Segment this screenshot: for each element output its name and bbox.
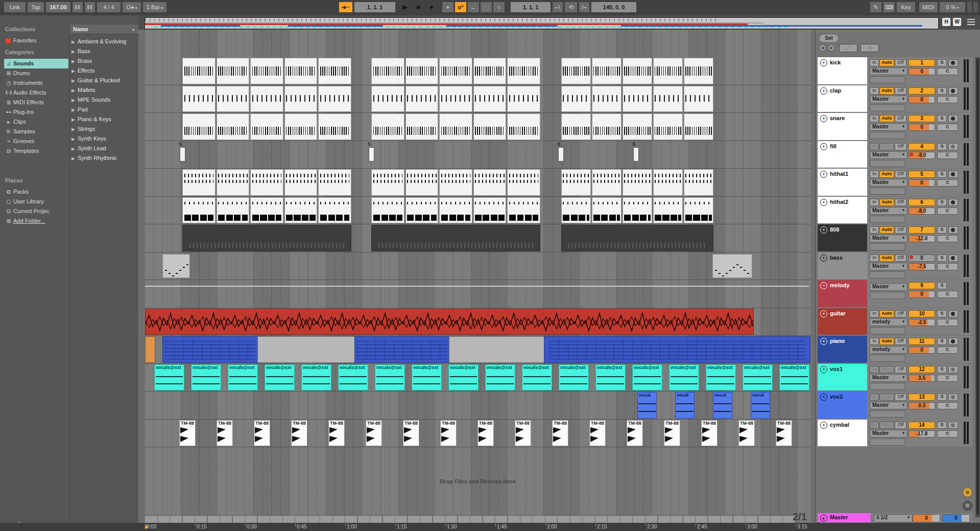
browser-folder-mallets[interactable]: ▶Mallets xyxy=(71,85,138,95)
clip-midi[interactable] xyxy=(250,58,283,84)
volume-slider[interactable]: 0 xyxy=(909,347,935,354)
sidebar-item-audio-effects[interactable]: ǁ·ǁAudio Effects xyxy=(4,88,68,98)
browser-folder-bass[interactable]: ▶Bass xyxy=(71,47,138,56)
loop-length-display[interactable]: 140. 0. 0 xyxy=(591,2,636,12)
volume-slider[interactable]: 0 xyxy=(909,179,935,187)
arm-button[interactable] xyxy=(948,226,958,234)
track-name-cell[interactable]: ▾guitar xyxy=(818,308,867,335)
send-slot[interactable] xyxy=(870,132,905,139)
clip-audio-short[interactable] xyxy=(369,147,374,161)
output-routing-dropdown[interactable]: melody▼ xyxy=(870,318,907,326)
lane-fill[interactable]: SSSS xyxy=(145,141,811,169)
track-number-button[interactable]: 9 xyxy=(909,282,935,289)
clip-midi[interactable] xyxy=(318,58,351,84)
pan-button[interactable]: C xyxy=(937,207,958,215)
clip-midi[interactable] xyxy=(284,86,318,112)
track-name-cell[interactable]: ▾808 xyxy=(818,224,867,251)
clip-midi[interactable] xyxy=(623,197,652,224)
lane-cymbal[interactable]: TM-88TM-88TM-88TM-88TM-88TM-88TM-88TM-88… xyxy=(145,420,811,448)
clip-audio-guitar[interactable] xyxy=(145,309,754,335)
monitor-auto-button[interactable]: Auto xyxy=(879,310,894,317)
link-button[interactable]: Link xyxy=(4,2,26,12)
expand-arrow-icon[interactable]: ▶ xyxy=(71,125,78,134)
clip-audio-cymbal[interactable]: TM-88 xyxy=(440,420,457,447)
monitor-in-button[interactable]: In xyxy=(870,59,879,66)
arrangement-position-display[interactable]: 1. 1. 1 xyxy=(354,2,395,12)
clip-midi[interactable] xyxy=(250,113,283,140)
arm-button[interactable] xyxy=(948,143,958,150)
clip-midi[interactable] xyxy=(592,197,622,224)
monitor-off-button[interactable]: Off xyxy=(895,366,906,373)
clip-midi[interactable] xyxy=(439,113,472,140)
monitor-auto-button[interactable]: Auto xyxy=(879,59,894,66)
clip-midi[interactable] xyxy=(318,113,351,140)
browser-folder-strings[interactable]: ▶Strings xyxy=(71,124,138,134)
arm-button[interactable] xyxy=(948,338,958,345)
automation-arm-icon[interactable]: ○ xyxy=(493,2,505,12)
track-fold-icon[interactable]: ▾ xyxy=(820,366,827,373)
send-slot[interactable] xyxy=(870,188,905,195)
monitor-auto-button[interactable]: Auto xyxy=(879,171,894,178)
clip-piano[interactable] xyxy=(354,336,450,363)
clip-midi[interactable] xyxy=(592,58,622,84)
next-marker-icon[interactable]: ▸ xyxy=(827,44,835,52)
pan-button[interactable]: C xyxy=(937,402,958,409)
track-fold-icon[interactable]: ▾ xyxy=(820,226,827,234)
solo-button[interactable]: S xyxy=(937,282,947,289)
lane-808[interactable] xyxy=(145,224,811,252)
clip-midi[interactable] xyxy=(592,113,622,140)
track-number-button[interactable]: 7 xyxy=(909,226,935,234)
sidebar-item-midi-effects[interactable]: ≣MIDI Effects xyxy=(4,98,68,107)
cpu-meter[interactable]: 0 %▾ xyxy=(940,2,965,12)
clip-audio-cymbal[interactable]: TM-88 xyxy=(291,420,307,447)
monitor-auto-button[interactable]: Auto xyxy=(879,255,894,262)
monitor-in-button[interactable]: In xyxy=(870,171,879,178)
expand-arrow-icon[interactable]: ▶ xyxy=(71,57,78,66)
arrangement-area[interactable]: SSSSvocals@sxtvocals@sxtvocals@sxtvocals… xyxy=(145,30,811,523)
monitor-off-button[interactable]: Off xyxy=(895,59,906,66)
lane-piano[interactable] xyxy=(145,336,811,364)
clip-midi[interactable] xyxy=(507,113,540,140)
clip-midi[interactable] xyxy=(592,86,622,112)
scrollbar-thumb[interactable] xyxy=(976,58,979,515)
send-slot[interactable] xyxy=(870,271,905,279)
midi-map-button[interactable]: MIDI xyxy=(919,2,938,12)
send-slot[interactable] xyxy=(870,104,905,111)
clip-midi[interactable] xyxy=(318,86,351,112)
arm-button[interactable] xyxy=(948,394,958,401)
solo-button[interactable]: S xyxy=(937,87,947,95)
pan-button[interactable]: C xyxy=(937,347,958,354)
track-header-master[interactable]: ▶Masterii 1/2▼00 xyxy=(818,513,972,523)
clip-audio-vox1[interactable]: vocals@sxt xyxy=(375,364,405,391)
pan-button[interactable]: C xyxy=(937,179,958,187)
clip-audio-cymbal[interactable]: TM-88 xyxy=(627,420,643,447)
arm-button[interactable] xyxy=(948,171,958,178)
browser-folder-ambient-evolving[interactable]: ▶Ambient & Evolving xyxy=(71,37,138,47)
browser-list-header[interactable]: Name▲ xyxy=(70,25,138,34)
solo-button[interactable]: S xyxy=(937,226,947,234)
track-header-piano[interactable]: ▾pianoInAutoOffmelody▼11S0C xyxy=(818,336,972,363)
clip-midi[interactable] xyxy=(473,86,507,112)
clip-midi[interactable] xyxy=(473,197,507,224)
monitor-off-button[interactable]: Off xyxy=(895,394,906,401)
track-number-button[interactable]: 5 xyxy=(909,171,935,178)
track-header-guitar[interactable]: ▾guitarInAutoOffmelody▼10S-2.5C xyxy=(818,308,972,336)
pan-button[interactable]: C xyxy=(937,319,958,326)
send-slot[interactable] xyxy=(870,216,905,223)
expand-arrow-icon[interactable]: ▶ xyxy=(71,105,78,115)
play-circle-icon[interactable]: ▶ xyxy=(820,515,827,522)
punch-out-icon[interactable]: /¬ xyxy=(579,2,589,12)
master-pan-slider[interactable]: 0 xyxy=(942,514,970,522)
clip-midi[interactable] xyxy=(507,169,540,196)
clip-midi[interactable] xyxy=(182,58,216,84)
expand-arrow-icon[interactable]: ▶ xyxy=(71,66,78,76)
lane-snare[interactable] xyxy=(145,113,811,141)
arm-button[interactable] xyxy=(948,255,958,262)
clip-piano[interactable] xyxy=(544,336,810,363)
clip-midi[interactable] xyxy=(561,169,591,196)
solo-button[interactable]: S xyxy=(937,143,947,150)
clip-midi-bass[interactable] xyxy=(162,254,190,279)
volume-slider[interactable]: 0 xyxy=(909,291,935,298)
crossfade-dropdown[interactable]: ii 1/2▼ xyxy=(874,514,913,522)
volume-slider[interactable]: -9.0 xyxy=(909,152,935,159)
